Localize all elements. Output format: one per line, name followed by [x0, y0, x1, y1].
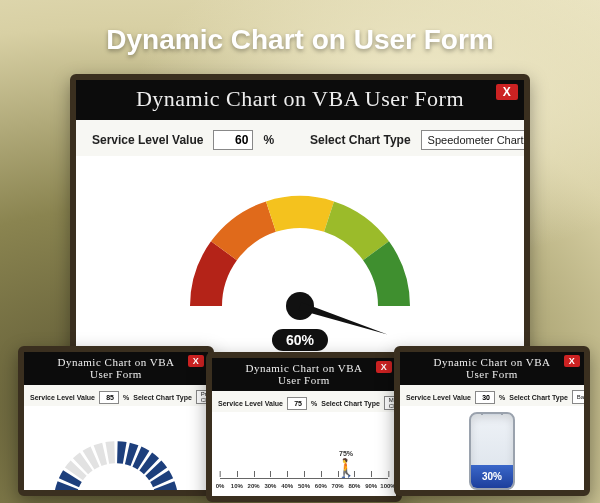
percent-sign: %	[311, 400, 317, 407]
chart-type-selected: Battery Chart	[577, 394, 590, 400]
window-titlebar: Dynamic Chart on VBA User Form X	[400, 352, 584, 385]
window-titlebar: Dynamic Chart on VBA User Form X	[76, 80, 524, 120]
close-icon[interactable]: X	[188, 355, 204, 367]
axis-tick: 80%	[348, 483, 360, 489]
close-icon[interactable]: X	[376, 361, 392, 373]
axis-tick: 0%	[216, 483, 225, 489]
axis-line	[220, 478, 388, 479]
window-battery: Dynamic Chart on VBA User Form X Service…	[394, 346, 590, 496]
axis-tick: 60%	[315, 483, 327, 489]
axis-tick: 20%	[248, 483, 260, 489]
axis-tick: 90%	[365, 483, 377, 489]
chart-type-label: Select Chart Type	[509, 394, 568, 401]
window-title: Dynamic Chart on VBA User Form	[433, 356, 550, 380]
window-title: Dynamic Chart on VBA User Form	[136, 86, 464, 111]
axis-tick: 40%	[281, 483, 293, 489]
window-titlebar: Dynamic Chart on VBA User Form X	[212, 358, 396, 391]
progress-value-label: 85%	[96, 489, 136, 497]
window-title: Dynamic Chart on VBA User Form	[245, 362, 362, 386]
service-level-label: Service Level Value	[30, 394, 95, 401]
service-level-input[interactable]	[213, 130, 253, 150]
percent-sign: %	[123, 394, 129, 401]
chart-type-dropdown[interactable]: Battery Chart	[572, 390, 590, 404]
moving-man-value-label: 75%	[339, 450, 353, 457]
axis-tick: 50%	[298, 483, 310, 489]
service-level-label: Service Level Value	[218, 400, 283, 407]
axis-tick: 30%	[264, 483, 276, 489]
window-title: Dynamic Chart on VBA User Form	[57, 356, 174, 380]
window-titlebar: Dynamic Chart on VBA User Form X	[24, 352, 208, 385]
window-moving-man: Dynamic Chart on VBA User Form X Service…	[206, 352, 402, 502]
close-icon[interactable]: X	[496, 84, 518, 100]
close-icon[interactable]: X	[564, 355, 580, 367]
service-level-label: Service Level Value	[406, 394, 471, 401]
percent-sign: %	[263, 133, 274, 147]
moving-man-chart: 0%10%20%30%40%50%60%70%80%90%100%🚶75%	[212, 412, 396, 501]
window-progress-circle: Dynamic Chart on VBA User Form X Service…	[18, 346, 214, 496]
progress-circle-chart: 85%	[24, 406, 208, 496]
battery-value-label: 30%	[471, 471, 513, 482]
chart-type-label: Select Chart Type	[310, 133, 410, 147]
axis-tick: 10%	[231, 483, 243, 489]
chart-type-label: Select Chart Type	[321, 400, 380, 407]
chart-type-dropdown[interactable]: Speedometer Chart	[421, 130, 530, 150]
chart-area: 60%	[76, 156, 524, 366]
chart-type-label: Select Chart Type	[133, 394, 192, 401]
service-level-input[interactable]	[475, 391, 495, 404]
window-speedometer: Dynamic Chart on VBA User Form X Service…	[70, 74, 530, 374]
battery-fill: 30%	[471, 465, 513, 487]
service-level-input[interactable]	[99, 391, 119, 404]
gauge-chart: 60%	[165, 161, 435, 361]
gauge-value-badge: 60%	[272, 329, 328, 351]
page-title: Dynamic Chart on User Form	[0, 24, 600, 56]
battery-chart: 30%	[400, 406, 584, 495]
battery-icon: 30%	[469, 412, 515, 490]
service-level-label: Service Level Value	[92, 133, 203, 147]
man-icon: 🚶	[335, 459, 357, 477]
percent-sign: %	[499, 394, 505, 401]
chart-type-selected: Speedometer Chart	[428, 135, 524, 146]
axis-tick: 70%	[332, 483, 344, 489]
service-level-input[interactable]	[287, 397, 307, 410]
